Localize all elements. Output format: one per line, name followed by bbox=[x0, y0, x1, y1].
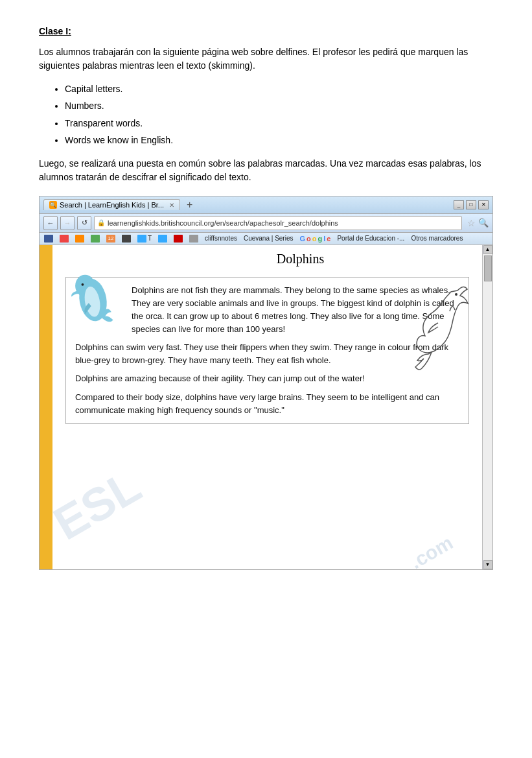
gray-icon bbox=[189, 235, 198, 243]
bookmark-blue2[interactable] bbox=[156, 234, 169, 243]
back-button[interactable]: ← bbox=[43, 216, 58, 230]
facebook-icon bbox=[44, 235, 53, 243]
webpage-main: Dolphins Dolphins are not fish they are … bbox=[52, 245, 482, 569]
bookmark-youtube[interactable] bbox=[172, 234, 185, 243]
dolphin-paragraph-3: Dolphins are amazing because of their ag… bbox=[75, 372, 459, 385]
bookmark-gray[interactable] bbox=[187, 234, 200, 243]
search-magnifier-icon[interactable]: 🔍 bbox=[478, 218, 489, 228]
tab-favicon: 🔍 bbox=[49, 201, 57, 209]
bookmark-cuevana[interactable]: Cuevana | Series bbox=[242, 234, 295, 243]
refresh-button[interactable]: ↺ bbox=[77, 216, 91, 230]
browser-titlebar: 🔍 Search | LearnEnglish Kids | Br... ✕ +… bbox=[40, 196, 492, 214]
browser-window: 🔍 Search | LearnEnglish Kids | Br... ✕ +… bbox=[39, 196, 493, 570]
t-icon bbox=[137, 235, 146, 243]
bookmarks-bar: 12 T cliffsnnotes Cuevana | Series Googl… bbox=[40, 233, 492, 245]
dolphin-left-svg bbox=[65, 252, 121, 336]
window-controls: _ □ ✕ bbox=[454, 200, 489, 209]
bookmark-t[interactable]: T bbox=[135, 234, 154, 243]
bullet-4: Words we know in English. bbox=[65, 133, 493, 147]
bookmark-num[interactable]: 12 bbox=[104, 234, 117, 243]
dolphin-right-svg bbox=[406, 278, 477, 381]
address-bar[interactable]: 🔒 learnenglishkids.britishcouncil.org/en… bbox=[94, 216, 462, 230]
webpage-content-area: Dolphins Dolphins are not fish they are … bbox=[40, 245, 492, 569]
bookmark-green[interactable] bbox=[89, 234, 102, 243]
svg-point-2 bbox=[82, 283, 84, 286]
browser-tab[interactable]: 🔍 Search | LearnEnglish Kids | Br... ✕ bbox=[43, 199, 180, 210]
orange-icon bbox=[75, 235, 84, 243]
followup-text: Luego, se realizará una puesta en común … bbox=[39, 157, 493, 184]
dolphin-paragraph-4: Compared to their body size, dolphins ha… bbox=[75, 391, 459, 417]
section-title: Clase I: bbox=[39, 26, 493, 36]
scrollbar[interactable]: ▲ ▼ bbox=[482, 245, 492, 569]
svg-point-4 bbox=[455, 293, 457, 296]
blue2-icon bbox=[158, 235, 167, 243]
bookmark-star-icon[interactable]: ☆ bbox=[467, 218, 476, 228]
scrollbar-track bbox=[483, 254, 492, 560]
secure-icon: 🔒 bbox=[97, 219, 105, 226]
bullet-3: Transparent words. bbox=[65, 116, 493, 130]
num-icon: 12 bbox=[106, 235, 115, 243]
scrollbar-up-button[interactable]: ▲ bbox=[483, 245, 492, 254]
mail-icon bbox=[60, 235, 69, 243]
dolphin-paragraph-1: Dolphins are not fish they are mammals. … bbox=[75, 284, 459, 337]
bookmark-orange[interactable] bbox=[73, 234, 86, 243]
tab-close-icon[interactable]: ✕ bbox=[169, 202, 174, 209]
bullet-1: Capital letters. bbox=[65, 82, 493, 96]
tab-label: Search | LearnEnglish Kids | Br... bbox=[60, 201, 164, 209]
page-wrapper: Clase I: Los alumnos trabajarán con la s… bbox=[39, 26, 493, 570]
bookmark-otros[interactable]: Otros marcadores bbox=[409, 234, 465, 243]
address-text: learnenglishkids.britishcouncil.org/en/s… bbox=[108, 219, 459, 227]
youtube-icon bbox=[174, 235, 183, 243]
left-sidebar-accent bbox=[40, 245, 52, 569]
dolphin-image-left bbox=[65, 252, 124, 338]
dolphin-paragraph-2: Dolphins can swim very fast. They use th… bbox=[75, 341, 459, 367]
minimize-button[interactable]: _ bbox=[454, 200, 464, 209]
bullet-2: Numbers. bbox=[65, 99, 493, 113]
bookmark-portal[interactable]: Portal de Educacion -... bbox=[335, 234, 406, 243]
scrollbar-thumb[interactable] bbox=[484, 255, 492, 281]
scrollbar-down-button[interactable]: ▼ bbox=[483, 560, 492, 569]
bookmark-mail[interactable] bbox=[58, 234, 71, 243]
maximize-button[interactable]: □ bbox=[466, 200, 476, 209]
bookmark-cliffs[interactable]: cliffsnnotes bbox=[203, 234, 239, 243]
close-button[interactable]: ✕ bbox=[478, 200, 489, 209]
dark-icon bbox=[122, 235, 131, 243]
bullet-list: Capital letters. Numbers. Transparent wo… bbox=[65, 82, 493, 148]
bookmark-google[interactable]: Google bbox=[297, 234, 332, 243]
bookmark-facebook[interactable] bbox=[42, 234, 55, 243]
forward-button[interactable]: → bbox=[60, 216, 75, 230]
bookmark-dark[interactable] bbox=[120, 234, 133, 243]
intro-paragraph: Los alumnos trabajarán con la siguiente … bbox=[39, 45, 493, 73]
green-icon bbox=[91, 235, 100, 243]
webpage-title: Dolphins bbox=[65, 252, 469, 266]
browser-toolbar: ← → ↺ 🔒 learnenglishkids.britishcouncil.… bbox=[40, 214, 492, 233]
new-tab-button[interactable]: + bbox=[187, 199, 192, 211]
dolphin-image-right bbox=[406, 278, 477, 383]
